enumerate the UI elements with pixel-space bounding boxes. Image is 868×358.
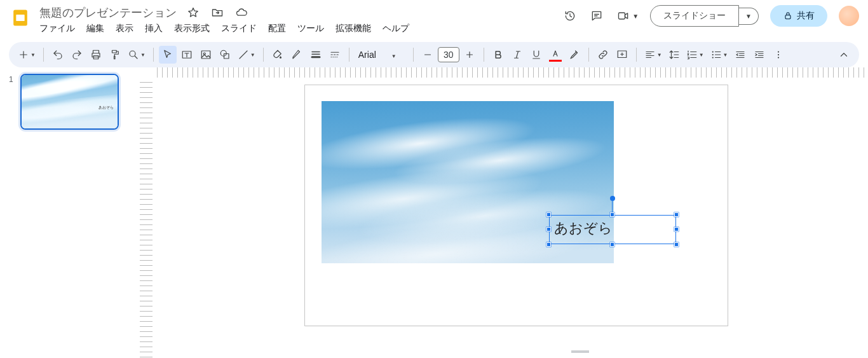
star-icon[interactable]: [186, 5, 201, 20]
resize-handle-tr[interactable]: [674, 212, 679, 217]
slideshow-dropdown[interactable]: ▼: [739, 8, 759, 25]
textbox-tool[interactable]: [178, 46, 196, 64]
italic-button[interactable]: [508, 46, 526, 64]
separator: [263, 48, 264, 62]
menu-file[interactable]: ファイル: [39, 23, 75, 34]
meet-chevron[interactable]: ▼: [632, 13, 639, 20]
menu-help[interactable]: ヘルプ: [383, 23, 409, 34]
svg-rect-3: [785, 15, 790, 19]
highlight-button[interactable]: [566, 46, 583, 64]
border-dash-button[interactable]: [326, 46, 344, 64]
select-tool[interactable]: [159, 46, 177, 64]
menu-bar: ファイル 編集 表示 挿入 表示形式 スライド 配置 ツール 拡張機能 ヘルプ: [39, 22, 555, 34]
title-bar: 無題のプレゼンテーション ファイル 編集 表示 挿入 表示形式 スライド 配置 …: [0, 0, 868, 39]
menu-slide[interactable]: スライド: [221, 23, 257, 34]
line-tool[interactable]: ▼: [235, 46, 258, 64]
bold-button[interactable]: [489, 46, 507, 64]
title-center: 無題のプレゼンテーション ファイル 編集 表示 挿入 表示形式 スライド 配置 …: [39, 4, 555, 34]
more-options-button[interactable]: [770, 46, 787, 64]
share-label: 共有: [797, 10, 815, 22]
undo-button[interactable]: [49, 46, 67, 64]
canvas-area: あおぞら: [140, 67, 868, 358]
insert-link-button[interactable]: [594, 46, 612, 64]
svg-point-6: [130, 51, 135, 57]
canvas-viewport[interactable]: あおぞら: [153, 78, 868, 358]
svg-rect-8: [201, 51, 210, 59]
indent-increase-button[interactable]: [750, 46, 768, 64]
image-tool[interactable]: [197, 46, 215, 64]
slide-number: 1: [9, 74, 15, 130]
menu-tools[interactable]: ツール: [297, 23, 324, 34]
align-button[interactable]: ▼: [642, 46, 665, 64]
rotate-handle[interactable]: [610, 196, 615, 201]
menu-arrange[interactable]: 配置: [268, 23, 286, 34]
font-size-increase[interactable]: [461, 46, 478, 64]
resize-handle-ml[interactable]: [546, 227, 551, 231]
menu-edit[interactable]: 編集: [86, 23, 104, 34]
text-color-button[interactable]: [546, 46, 564, 64]
svg-point-10: [220, 50, 226, 56]
filmstrip[interactable]: 1 あおぞら: [0, 67, 140, 358]
toolbar-container: ▼ ▼ ▼ Arial▼ 30 ▼ ▼ ▼: [0, 39, 868, 67]
selected-textbox[interactable]: あおぞら: [549, 215, 676, 244]
workspace: 1 あおぞら あおぞら: [0, 67, 868, 358]
vertical-ruler[interactable]: [140, 78, 153, 358]
comments-icon[interactable]: [589, 8, 604, 24]
svg-rect-1: [16, 15, 24, 21]
shape-tool[interactable]: [216, 46, 234, 64]
paint-format-button[interactable]: [106, 46, 124, 64]
textbox-content[interactable]: あおぞら: [554, 219, 613, 238]
font-size-decrease[interactable]: [419, 46, 437, 64]
slides-app-icon[interactable]: [9, 6, 32, 29]
thumb-textbox: あおぞら: [98, 105, 114, 111]
menu-extensions[interactable]: 拡張機能: [336, 23, 371, 34]
account-avatar[interactable]: [839, 6, 859, 26]
move-to-folder-icon[interactable]: [210, 5, 225, 20]
bulleted-list-button[interactable]: ▼: [708, 46, 731, 64]
svg-point-13: [712, 51, 713, 52]
print-button[interactable]: [87, 46, 105, 64]
slideshow-button[interactable]: スライドショー: [650, 5, 739, 27]
insert-comment-button[interactable]: [613, 46, 631, 64]
fill-color-button[interactable]: [269, 46, 287, 64]
separator: [484, 48, 484, 62]
font-family-select[interactable]: Arial▼: [355, 50, 408, 60]
separator: [349, 48, 349, 62]
numbered-list-button[interactable]: ▼: [684, 46, 707, 64]
cloud-saved-icon[interactable]: [234, 5, 249, 20]
underline-button[interactable]: [527, 46, 545, 64]
svg-point-16: [778, 51, 779, 52]
resize-handle-tm[interactable]: [610, 212, 614, 217]
menu-view[interactable]: 表示: [116, 23, 133, 34]
indent-decrease-button[interactable]: [731, 46, 749, 64]
redo-button[interactable]: [68, 46, 86, 64]
resize-handle-bm[interactable]: [610, 242, 614, 247]
resize-handle-mr[interactable]: [674, 227, 679, 231]
slide-thumbnail[interactable]: あおぞら: [20, 74, 119, 130]
slide-page[interactable]: あおぞら: [305, 85, 728, 326]
resize-handle-bl[interactable]: [546, 242, 551, 247]
border-weight-button[interactable]: [307, 46, 325, 64]
speaker-notes-grip[interactable]: [571, 350, 589, 353]
filmstrip-item[interactable]: 1 あおぞら: [9, 74, 131, 130]
horizontal-ruler[interactable]: [153, 67, 868, 78]
menu-format[interactable]: 表示形式: [174, 23, 210, 34]
zoom-button[interactable]: ▼: [125, 46, 148, 64]
new-slide-button[interactable]: ▼: [15, 46, 38, 64]
menu-insert[interactable]: 挿入: [145, 23, 163, 34]
text-color-indicator: [549, 60, 562, 62]
separator: [636, 48, 637, 62]
history-icon[interactable]: [562, 8, 578, 24]
separator: [413, 48, 414, 62]
meet-icon[interactable]: [616, 8, 631, 24]
resize-handle-tl[interactable]: [546, 212, 551, 217]
svg-point-17: [778, 54, 779, 55]
font-size-input[interactable]: 30: [438, 47, 459, 62]
separator: [153, 48, 154, 62]
collapse-toolbar-button[interactable]: [835, 46, 853, 64]
share-button[interactable]: 共有: [770, 5, 827, 27]
border-color-button[interactable]: [288, 46, 306, 64]
line-spacing-button[interactable]: [666, 46, 682, 64]
document-title[interactable]: 無題のプレゼンテーション: [39, 5, 177, 20]
resize-handle-br[interactable]: [674, 242, 679, 247]
